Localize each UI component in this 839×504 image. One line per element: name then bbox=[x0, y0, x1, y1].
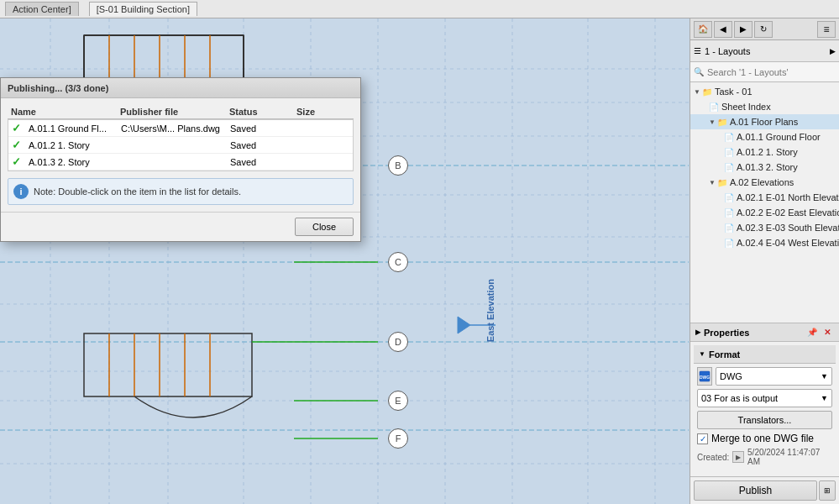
a02-4-label: A.02.4 E-04 West Elevation bbox=[737, 238, 839, 248]
sheet-index-label: Sheet Index bbox=[721, 102, 771, 112]
format-label: Format bbox=[709, 349, 740, 360]
pdf-icon-4: 📄 bbox=[724, 239, 734, 248]
info-text: Note: Double-click on the item in the li… bbox=[34, 186, 241, 197]
publish-row: Publish ⊞ bbox=[690, 476, 839, 504]
publish-options-button[interactable]: ⊞ bbox=[819, 480, 836, 501]
tree-a01-group[interactable]: ▼ 📁 A.01 Floor Plans bbox=[690, 114, 839, 129]
format-type-value: DWG bbox=[720, 371, 742, 381]
check-icon-2: ✓ bbox=[12, 139, 29, 151]
table-row[interactable]: ✓ A.01.3 2. Story Saved bbox=[8, 154, 353, 171]
table-row[interactable]: ✓ A.01.2 1. Story Saved bbox=[8, 137, 353, 154]
dialog-footer: Close bbox=[1, 212, 360, 241]
refresh-button[interactable]: ↻ bbox=[754, 21, 773, 38]
table-row[interactable]: ✓ A.01.1 Ground Fl... C:\Users\M... Plan… bbox=[8, 120, 353, 137]
format-dropdown-arrow: ▼ bbox=[821, 372, 828, 381]
merge-checkbox-row: ✓ Merge to one DWG file bbox=[697, 433, 832, 444]
layouts-label: 1 - Layouts bbox=[705, 46, 830, 56]
tree-a01-2[interactable]: 📄 A.01.2 1. Story bbox=[690, 144, 839, 160]
tree-a02-3[interactable]: 📄 A.02.3 E-03 South Elevation bbox=[690, 220, 839, 235]
dwg-icon-3: 📄 bbox=[724, 163, 734, 172]
tree-arrow-task: ▼ bbox=[694, 88, 700, 96]
output-value: 03 For as is output bbox=[701, 393, 778, 403]
a01-2-label: A.01.2 1. Story bbox=[737, 147, 798, 157]
dwg-format-icon: DWG bbox=[697, 367, 712, 386]
home-button[interactable]: 🏠 bbox=[694, 21, 712, 38]
back-button[interactable]: ◀ bbox=[714, 21, 732, 38]
pdf-icon-1: 📄 bbox=[724, 193, 734, 202]
tree-a02-group[interactable]: ▼ 📁 A.02 Elevations bbox=[690, 175, 839, 190]
sheet-icon: 📄 bbox=[709, 102, 719, 112]
checkbox-check-icon: ✓ bbox=[700, 434, 706, 444]
properties-header[interactable]: ▶ Properties 📌 ✕ bbox=[690, 323, 839, 342]
tree-a02-1[interactable]: 📄 A.02.1 E-01 North Elevation bbox=[690, 190, 839, 205]
table-body: ✓ A.01.1 Ground Fl... C:\Users\M... Plan… bbox=[8, 119, 354, 171]
svg-text:DWG: DWG bbox=[700, 375, 710, 380]
created-row: Created: ▶ 5/20/2024 11:47:07 AM bbox=[697, 448, 832, 466]
dialog-body: Name Publisher file Status Size ✓ A.01.1… bbox=[1, 98, 360, 212]
merge-checkbox[interactable]: ✓ bbox=[697, 433, 708, 444]
format-type-dropdown[interactable]: DWG ▼ bbox=[716, 367, 832, 386]
forward-button[interactable]: ▶ bbox=[734, 21, 752, 38]
dialog-title: Publishing... (3/3 done) bbox=[1, 78, 360, 98]
a02-1-label: A.02.1 E-01 North Elevation bbox=[737, 192, 839, 202]
close-properties-icon[interactable]: ✕ bbox=[821, 326, 834, 339]
created-label: Created: bbox=[697, 453, 729, 462]
layouts-icon: ☰ bbox=[694, 46, 701, 55]
properties-arrow-icon: ▶ bbox=[695, 328, 700, 336]
pin-icon[interactable]: 📌 bbox=[805, 326, 819, 339]
format-arrow-icon: ▼ bbox=[699, 350, 705, 358]
search-input[interactable] bbox=[707, 67, 836, 77]
layouts-arrow-icon: ▶ bbox=[830, 47, 836, 55]
tree-a02-2[interactable]: 📄 A.02.2 E-02 East Elevation bbox=[690, 205, 839, 220]
top-bar: Action Center] [S-01 Building Section] bbox=[0, 0, 839, 18]
tree-a02-4[interactable]: 📄 A.02.4 E-04 West Elevation bbox=[690, 235, 839, 250]
properties-section: ▶ Properties 📌 ✕ bbox=[690, 323, 839, 342]
task-folder-icon: 📁 bbox=[702, 87, 712, 97]
output-dropdown-arrow: ▼ bbox=[821, 394, 828, 402]
main-area: B C D E F East Elevation Publishing... (… bbox=[0, 18, 839, 504]
a01-1-label: A.01.1 Ground Floor bbox=[737, 132, 821, 142]
publish-button[interactable]: Publish bbox=[694, 480, 817, 501]
tree-a01-1[interactable]: 📄 A.01.1 Ground Floor bbox=[690, 129, 839, 144]
pdf-icon-3: 📄 bbox=[724, 223, 734, 233]
row1-file: C:\Users\M... Plans.dwg bbox=[121, 123, 230, 134]
col-status: Status bbox=[229, 107, 296, 117]
row2-name: A.01.2 1. Story bbox=[29, 140, 121, 150]
a01-3-label: A.01.3 2. Story bbox=[737, 162, 798, 172]
a02-2-label: A.02.2 E-02 East Elevation bbox=[737, 207, 839, 218]
col-file: Publisher file bbox=[120, 107, 229, 117]
output-dropdown[interactable]: 03 For as is output ▼ bbox=[697, 389, 832, 407]
tab1[interactable]: Action Center] bbox=[5, 2, 79, 16]
tree-task[interactable]: ▼ 📁 Task - 01 bbox=[690, 84, 839, 99]
row1-status: Saved bbox=[230, 123, 297, 134]
row1-name: A.01.1 Ground Fl... bbox=[29, 123, 121, 134]
row2-status: Saved bbox=[230, 140, 297, 150]
merge-label: Merge to one DWG file bbox=[711, 433, 814, 444]
a01-group-label: A.01 Floor Plans bbox=[730, 117, 798, 127]
format-header[interactable]: ▼ Format bbox=[694, 345, 836, 364]
layouts-dropdown[interactable]: ☰ 1 - Layouts ▶ bbox=[690, 40, 839, 62]
publish-options-icon: ⊞ bbox=[824, 486, 831, 495]
col-size: Size bbox=[296, 107, 347, 117]
a02-folder-icon: 📁 bbox=[717, 178, 727, 187]
right-panel: 🏠 ◀ ▶ ↻ ≡ ☰ 1 - Layouts ▶ 🔍 ▼ 📁 Task - 0… bbox=[690, 18, 839, 504]
a01-folder-icon: 📁 bbox=[717, 118, 727, 127]
section-icons: 📌 ✕ bbox=[805, 326, 834, 339]
cad-viewport[interactable]: B C D E F East Elevation Publishing... (… bbox=[0, 18, 690, 504]
tree-arrow-a01: ▼ bbox=[709, 118, 716, 126]
search-icon: 🔍 bbox=[694, 67, 704, 76]
dwg-icon-1: 📄 bbox=[724, 133, 734, 142]
dialog-info: i Note: Double-click on the item in the … bbox=[8, 178, 354, 205]
menu-button[interactable]: ≡ bbox=[817, 21, 836, 38]
tree-sheet-index[interactable]: 📄 Sheet Index bbox=[690, 99, 839, 114]
play-button[interactable]: ▶ bbox=[732, 451, 744, 463]
properties-label: Properties bbox=[704, 328, 749, 338]
task-label: Task - 01 bbox=[715, 87, 752, 97]
check-icon-1: ✓ bbox=[12, 122, 29, 134]
tab2[interactable]: [S-01 Building Section] bbox=[89, 2, 197, 16]
search-bar: 🔍 bbox=[690, 62, 839, 82]
tree-a01-3[interactable]: 📄 A.01.3 2. Story bbox=[690, 160, 839, 175]
translators-button[interactable]: Translators... bbox=[697, 411, 832, 429]
format-body: DWG DWG ▼ 03 For as is output ▼ Translat… bbox=[694, 364, 836, 473]
close-button[interactable]: Close bbox=[295, 218, 354, 236]
